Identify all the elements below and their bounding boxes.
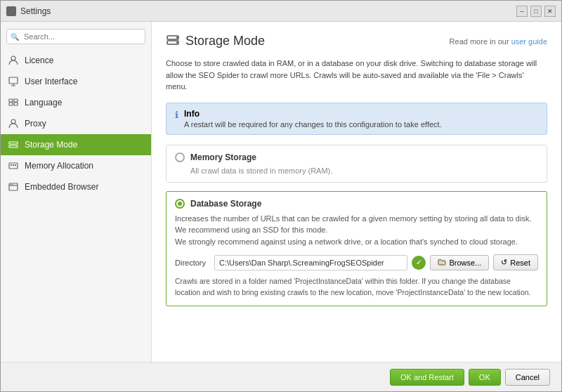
sidebar-item-label-memory: Memory Allocation <box>25 161 93 171</box>
window-title: Settings <box>20 6 51 16</box>
page-header: Storage Mode Read more in our user guide <box>166 33 547 49</box>
proxy-icon <box>8 118 19 129</box>
search-input[interactable] <box>6 29 145 44</box>
info-box: ℹ Info A restart will be required for an… <box>166 103 547 135</box>
svg-rect-4 <box>14 99 18 102</box>
page-title-row: Storage Mode <box>166 33 265 49</box>
folder-icon <box>438 259 446 267</box>
svg-rect-11 <box>13 164 14 166</box>
cancel-button[interactable]: Cancel <box>505 369 550 386</box>
radio-inner-dot <box>178 202 182 206</box>
browse-button[interactable]: Browse... <box>430 255 489 270</box>
ok-and-restart-button[interactable]: OK and Restart <box>390 369 464 386</box>
storage-mode-icon <box>8 139 19 150</box>
memory-option-header: Memory Storage <box>175 152 538 162</box>
sidebar-item-label-licence: Licence <box>25 55 53 65</box>
search-box: 🔍 <box>6 29 145 44</box>
sidebar-item-language[interactable]: Language <box>1 92 151 113</box>
read-more-text: Read more in our user guide <box>450 37 547 46</box>
svg-point-19 <box>176 41 178 43</box>
sidebar-item-label-proxy: Proxy <box>25 119 46 129</box>
licence-icon <box>8 55 19 66</box>
memory-storage-desc: All crawl data is stored in memory (RAM)… <box>175 166 538 175</box>
storage-mode-header-icon <box>166 33 180 49</box>
page-title: Storage Mode <box>185 34 265 48</box>
info-icon: ℹ <box>175 110 178 120</box>
directory-row: Directory ✓ Browse... ↺ Reset <box>175 254 538 270</box>
window-icon <box>6 6 16 16</box>
title-bar-left: Settings <box>6 6 51 16</box>
svg-rect-1 <box>9 77 18 84</box>
footer: OK and Restart OK Cancel <box>1 362 561 391</box>
directory-input[interactable] <box>214 255 407 270</box>
sidebar: 🔍 Licence Us <box>1 22 152 362</box>
reset-icon: ↺ <box>501 258 507 267</box>
svg-rect-2 <box>9 99 13 102</box>
svg-rect-7 <box>9 142 18 144</box>
sidebar-item-label-storage: Storage Mode <box>25 140 77 150</box>
svg-rect-3 <box>9 103 13 105</box>
sidebar-item-label-ui: User Interface <box>25 77 77 86</box>
ok-button[interactable]: OK <box>469 369 501 386</box>
memory-storage-option: Memory Storage All crawl data is stored … <box>166 145 547 183</box>
memory-storage-label: Memory Storage <box>190 152 256 162</box>
settings-window: Settings – □ ✕ 🔍 Licence <box>0 0 562 392</box>
svg-point-18 <box>176 37 178 38</box>
maximize-button[interactable]: □ <box>530 6 542 17</box>
memory-storage-radio[interactable] <box>175 152 185 162</box>
sidebar-item-embedded-browser[interactable]: Embedded Browser <box>1 176 151 197</box>
title-bar: Settings – □ ✕ <box>1 1 561 22</box>
title-bar-controls: – □ ✕ <box>516 6 556 17</box>
svg-point-6 <box>11 119 15 124</box>
close-button[interactable]: ✕ <box>544 6 556 17</box>
page-description: Choose to store crawled data in RAM, or … <box>166 58 547 93</box>
user-interface-icon <box>8 76 19 87</box>
memory-allocation-icon <box>8 160 19 171</box>
search-icon: 🔍 <box>11 33 19 41</box>
reset-button[interactable]: ↺ Reset <box>493 254 538 270</box>
info-content: Info A restart will be required for any … <box>184 109 442 129</box>
sidebar-item-memory-allocation[interactable]: Memory Allocation <box>1 155 151 176</box>
directory-label: Directory <box>175 259 210 267</box>
svg-rect-5 <box>14 103 18 105</box>
svg-point-14 <box>11 184 11 185</box>
info-text: A restart will be required for any chang… <box>184 120 442 129</box>
embedded-browser-icon <box>8 181 19 192</box>
sidebar-item-user-interface[interactable]: User Interface <box>1 71 151 92</box>
svg-point-0 <box>11 56 15 60</box>
database-storage-desc: Increases the number of URLs that can be… <box>175 213 538 248</box>
language-icon <box>8 97 19 108</box>
sidebar-item-proxy[interactable]: Proxy <box>1 113 151 134</box>
svg-rect-8 <box>9 145 18 148</box>
minimize-button[interactable]: – <box>516 6 528 17</box>
sidebar-item-label-language: Language <box>25 98 62 107</box>
database-storage-label: Database Storage <box>190 199 261 209</box>
user-guide-link[interactable]: user guide <box>511 37 547 46</box>
info-title: Info <box>184 109 442 119</box>
database-option-header: Database Storage <box>175 199 538 209</box>
directory-valid-icon: ✓ <box>412 256 426 270</box>
database-storage-radio[interactable] <box>175 199 185 209</box>
svg-rect-12 <box>15 164 16 166</box>
directory-note: Crawls are stored in a folder named 'Pro… <box>175 276 538 299</box>
svg-rect-10 <box>11 164 12 166</box>
sidebar-item-storage-mode[interactable]: Storage Mode <box>1 134 151 155</box>
database-storage-option: Database Storage Increases the number of… <box>166 191 547 306</box>
window-body: 🔍 Licence Us <box>1 22 561 362</box>
sidebar-item-licence[interactable]: Licence <box>1 50 151 71</box>
svg-point-15 <box>12 184 13 185</box>
sidebar-item-label-browser: Embedded Browser <box>25 182 98 192</box>
main-content: Storage Mode Read more in our user guide… <box>152 22 561 362</box>
